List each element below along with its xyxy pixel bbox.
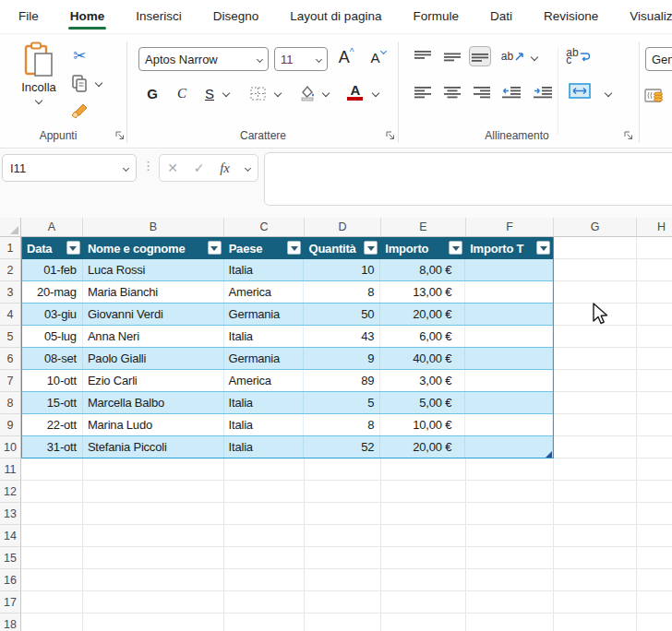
table-cell[interactable]: 20-mag	[22, 281, 83, 303]
table-cell[interactable]: Ezio Carli	[83, 370, 224, 391]
table-cell[interactable]	[465, 392, 553, 413]
cell-G16[interactable]	[554, 569, 637, 591]
cell-G3[interactable]	[554, 281, 637, 304]
column-header-C[interactable]: C	[224, 218, 305, 237]
table-cell[interactable]	[465, 259, 553, 280]
table-cell[interactable]: 05-lug	[22, 326, 83, 347]
cell-H4[interactable]	[637, 304, 672, 326]
row-header-7[interactable]: 7	[0, 370, 21, 392]
filter-button-3[interactable]	[287, 241, 301, 255]
cell-D16[interactable]	[305, 569, 381, 591]
table-cell[interactable]: 5	[304, 392, 380, 413]
cell-G1[interactable]	[554, 237, 637, 259]
cell-H6[interactable]	[637, 348, 672, 370]
tab-revisione[interactable]: Revisione	[542, 4, 600, 30]
font-dialog-launcher[interactable]	[385, 130, 396, 141]
formula-bar-chevron[interactable]	[245, 164, 251, 171]
increase-font-button[interactable]: A ^	[334, 46, 358, 68]
font-color-button[interactable]: A	[343, 80, 367, 102]
table-cell[interactable]: Germania	[224, 304, 305, 325]
cell-E16[interactable]	[381, 569, 466, 591]
table-cell[interactable]: 50	[304, 304, 380, 325]
table-cell[interactable]	[465, 281, 553, 303]
cell-G6[interactable]	[554, 348, 637, 370]
cell-H13[interactable]	[637, 503, 672, 525]
table-header-6[interactable]: Importo T	[465, 237, 553, 259]
row-header-11[interactable]: 11	[0, 458, 21, 481]
table-cell[interactable]: 43	[304, 326, 380, 347]
cell-G4[interactable]	[554, 304, 637, 326]
tab-visualizza[interactable]: Visualizza	[628, 4, 672, 30]
tab-formule[interactable]: Formule	[411, 4, 461, 30]
cell-A17[interactable]	[21, 591, 83, 613]
table-cell[interactable]: Luca Rossi	[83, 259, 224, 280]
table-cell[interactable]: 03-giu	[22, 304, 83, 325]
table-resize-handle[interactable]	[546, 451, 552, 458]
copy-dropdown-chevron[interactable]	[95, 79, 102, 87]
cell-H16[interactable]	[637, 569, 672, 591]
cell-B14[interactable]	[83, 525, 224, 547]
table-cell[interactable]: Italia	[224, 392, 305, 413]
column-header-E[interactable]: E	[381, 218, 466, 237]
cell-B16[interactable]	[83, 569, 224, 591]
cell-H3[interactable]	[637, 281, 672, 304]
cell-F11[interactable]	[466, 458, 554, 481]
cell-D14[interactable]	[305, 525, 381, 547]
table-cell[interactable]: 3,00 €	[380, 370, 465, 391]
table-cell[interactable]: Italia	[224, 414, 305, 435]
cell-H12[interactable]	[637, 481, 672, 503]
paste-button[interactable]: Incolla	[13, 42, 65, 103]
cell-D11[interactable]	[305, 458, 381, 481]
cell-H18[interactable]	[637, 613, 672, 631]
column-header-F[interactable]: F	[466, 218, 554, 237]
tab-dati[interactable]: Dati	[488, 4, 514, 30]
cell-G13[interactable]	[554, 503, 637, 525]
column-header-B[interactable]: B	[83, 218, 224, 237]
table-cell[interactable]: 10	[304, 259, 380, 280]
table-cell[interactable]: Maria Bianchi	[83, 281, 224, 303]
filter-button-4[interactable]	[364, 241, 378, 255]
font-color-dropdown-chevron[interactable]	[372, 89, 379, 97]
table-header-4[interactable]: Quantità	[304, 237, 380, 259]
tab-disegno[interactable]: Disegno	[211, 4, 261, 30]
row-header-14[interactable]: 14	[0, 525, 21, 547]
cell-G8[interactable]	[554, 392, 637, 414]
cell-D18[interactable]	[305, 613, 381, 631]
cell-C17[interactable]	[224, 591, 305, 613]
row-header-6[interactable]: 6	[0, 348, 21, 370]
table-cell[interactable]: 13,00 €	[380, 281, 465, 303]
cell-F17[interactable]	[466, 591, 554, 613]
align-top-button[interactable]	[412, 46, 434, 66]
cell-D12[interactable]	[305, 481, 381, 503]
table-cell[interactable]: Germania	[224, 348, 305, 369]
bold-button[interactable]: G	[140, 82, 164, 104]
formula-input[interactable]	[264, 152, 672, 206]
table-cell[interactable]: Italia	[224, 259, 305, 280]
table-cell[interactable]: America	[224, 281, 305, 303]
cell-H7[interactable]	[637, 370, 672, 392]
table-cell[interactable]: 31-ott	[22, 436, 83, 458]
row-header-4[interactable]: 4	[0, 304, 21, 326]
paste-dropdown-chevron[interactable]	[35, 97, 42, 104]
table-cell[interactable]: 89	[304, 370, 380, 391]
tab-home[interactable]: Home	[68, 4, 107, 30]
cell-D15[interactable]	[305, 547, 381, 569]
wrap-text-button[interactable]: abc	[567, 46, 589, 66]
table-cell[interactable]: 8	[304, 281, 380, 303]
align-center-button[interactable]	[441, 82, 463, 102]
row-header-16[interactable]: 16	[0, 569, 21, 591]
cell-F14[interactable]	[466, 525, 554, 547]
cell-B11[interactable]	[83, 458, 224, 481]
cell-B13[interactable]	[83, 503, 224, 525]
cell-G9[interactable]	[554, 414, 637, 436]
cell-H17[interactable]	[637, 591, 672, 613]
tab-layout-di-pagina[interactable]: Layout di pagina	[288, 4, 383, 30]
row-header-5[interactable]: 5	[0, 326, 21, 348]
table-cell[interactable]: 40,00 €	[380, 348, 465, 369]
table-cell[interactable]: 01-feb	[22, 259, 83, 280]
cell-G5[interactable]	[554, 326, 637, 348]
align-left-button[interactable]	[412, 82, 434, 102]
cell-F18[interactable]	[466, 613, 554, 631]
borders-dropdown-chevron[interactable]	[274, 89, 282, 97]
column-header-G[interactable]: G	[554, 218, 637, 237]
